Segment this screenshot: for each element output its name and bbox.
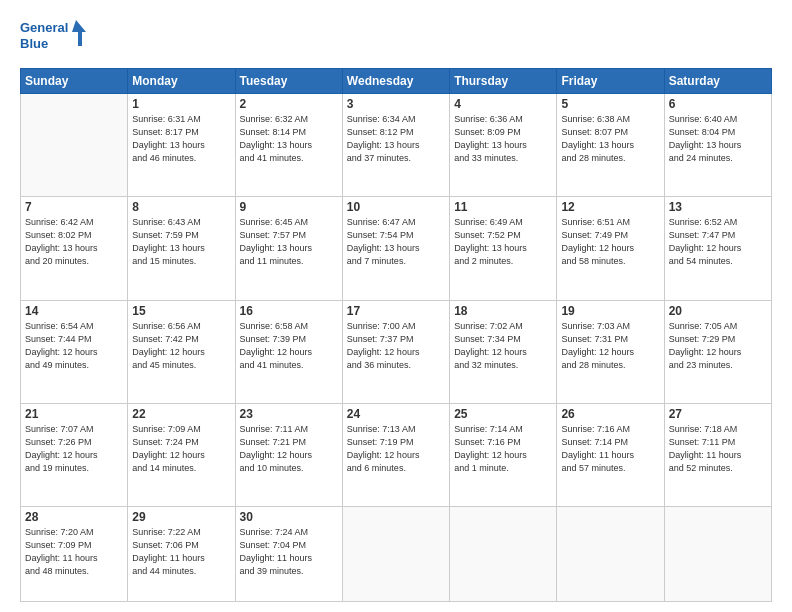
day-number: 7 bbox=[25, 200, 123, 214]
page: General Blue SundayMondayTuesdayWednesda… bbox=[0, 0, 792, 612]
day-info: Sunrise: 7:00 AMSunset: 7:37 PMDaylight:… bbox=[347, 320, 445, 372]
day-number: 25 bbox=[454, 407, 552, 421]
day-info: Sunrise: 6:32 AMSunset: 8:14 PMDaylight:… bbox=[240, 113, 338, 165]
calendar-cell: 12Sunrise: 6:51 AMSunset: 7:49 PMDayligh… bbox=[557, 197, 664, 300]
day-number: 21 bbox=[25, 407, 123, 421]
day-info: Sunrise: 7:05 AMSunset: 7:29 PMDaylight:… bbox=[669, 320, 767, 372]
calendar-cell bbox=[21, 94, 128, 197]
day-info: Sunrise: 6:34 AMSunset: 8:12 PMDaylight:… bbox=[347, 113, 445, 165]
calendar-cell: 4Sunrise: 6:36 AMSunset: 8:09 PMDaylight… bbox=[450, 94, 557, 197]
calendar-cell bbox=[664, 507, 771, 602]
logo: General Blue bbox=[20, 16, 90, 58]
day-info: Sunrise: 6:52 AMSunset: 7:47 PMDaylight:… bbox=[669, 216, 767, 268]
weekday-thursday: Thursday bbox=[450, 69, 557, 94]
day-number: 12 bbox=[561, 200, 659, 214]
day-info: Sunrise: 7:03 AMSunset: 7:31 PMDaylight:… bbox=[561, 320, 659, 372]
calendar-cell: 6Sunrise: 6:40 AMSunset: 8:04 PMDaylight… bbox=[664, 94, 771, 197]
day-info: Sunrise: 7:07 AMSunset: 7:26 PMDaylight:… bbox=[25, 423, 123, 475]
calendar-cell: 15Sunrise: 6:56 AMSunset: 7:42 PMDayligh… bbox=[128, 300, 235, 403]
day-info: Sunrise: 6:36 AMSunset: 8:09 PMDaylight:… bbox=[454, 113, 552, 165]
day-number: 29 bbox=[132, 510, 230, 524]
calendar-cell: 11Sunrise: 6:49 AMSunset: 7:52 PMDayligh… bbox=[450, 197, 557, 300]
day-number: 15 bbox=[132, 304, 230, 318]
day-info: Sunrise: 6:38 AMSunset: 8:07 PMDaylight:… bbox=[561, 113, 659, 165]
calendar-cell: 29Sunrise: 7:22 AMSunset: 7:06 PMDayligh… bbox=[128, 507, 235, 602]
day-number: 23 bbox=[240, 407, 338, 421]
week-row-4: 28Sunrise: 7:20 AMSunset: 7:09 PMDayligh… bbox=[21, 507, 772, 602]
day-info: Sunrise: 7:22 AMSunset: 7:06 PMDaylight:… bbox=[132, 526, 230, 578]
day-number: 5 bbox=[561, 97, 659, 111]
weekday-monday: Monday bbox=[128, 69, 235, 94]
day-number: 17 bbox=[347, 304, 445, 318]
header: General Blue bbox=[20, 16, 772, 58]
calendar-cell: 2Sunrise: 6:32 AMSunset: 8:14 PMDaylight… bbox=[235, 94, 342, 197]
general-blue-logo: General Blue bbox=[20, 16, 90, 58]
day-number: 3 bbox=[347, 97, 445, 111]
calendar-cell: 19Sunrise: 7:03 AMSunset: 7:31 PMDayligh… bbox=[557, 300, 664, 403]
day-number: 27 bbox=[669, 407, 767, 421]
day-info: Sunrise: 7:11 AMSunset: 7:21 PMDaylight:… bbox=[240, 423, 338, 475]
day-number: 30 bbox=[240, 510, 338, 524]
weekday-saturday: Saturday bbox=[664, 69, 771, 94]
day-number: 1 bbox=[132, 97, 230, 111]
calendar-cell: 14Sunrise: 6:54 AMSunset: 7:44 PMDayligh… bbox=[21, 300, 128, 403]
day-info: Sunrise: 6:54 AMSunset: 7:44 PMDaylight:… bbox=[25, 320, 123, 372]
week-row-3: 21Sunrise: 7:07 AMSunset: 7:26 PMDayligh… bbox=[21, 403, 772, 506]
week-row-0: 1Sunrise: 6:31 AMSunset: 8:17 PMDaylight… bbox=[21, 94, 772, 197]
svg-text:General: General bbox=[20, 20, 68, 35]
calendar-cell: 17Sunrise: 7:00 AMSunset: 7:37 PMDayligh… bbox=[342, 300, 449, 403]
day-number: 2 bbox=[240, 97, 338, 111]
calendar-table: SundayMondayTuesdayWednesdayThursdayFrid… bbox=[20, 68, 772, 602]
day-number: 19 bbox=[561, 304, 659, 318]
calendar-cell: 7Sunrise: 6:42 AMSunset: 8:02 PMDaylight… bbox=[21, 197, 128, 300]
day-info: Sunrise: 6:45 AMSunset: 7:57 PMDaylight:… bbox=[240, 216, 338, 268]
calendar-cell: 9Sunrise: 6:45 AMSunset: 7:57 PMDaylight… bbox=[235, 197, 342, 300]
calendar-cell: 8Sunrise: 6:43 AMSunset: 7:59 PMDaylight… bbox=[128, 197, 235, 300]
day-info: Sunrise: 6:47 AMSunset: 7:54 PMDaylight:… bbox=[347, 216, 445, 268]
calendar-cell: 23Sunrise: 7:11 AMSunset: 7:21 PMDayligh… bbox=[235, 403, 342, 506]
day-number: 13 bbox=[669, 200, 767, 214]
day-number: 8 bbox=[132, 200, 230, 214]
calendar-cell: 27Sunrise: 7:18 AMSunset: 7:11 PMDayligh… bbox=[664, 403, 771, 506]
day-info: Sunrise: 6:51 AMSunset: 7:49 PMDaylight:… bbox=[561, 216, 659, 268]
svg-text:Blue: Blue bbox=[20, 36, 48, 51]
weekday-header-row: SundayMondayTuesdayWednesdayThursdayFrid… bbox=[21, 69, 772, 94]
week-row-2: 14Sunrise: 6:54 AMSunset: 7:44 PMDayligh… bbox=[21, 300, 772, 403]
day-number: 10 bbox=[347, 200, 445, 214]
day-info: Sunrise: 6:49 AMSunset: 7:52 PMDaylight:… bbox=[454, 216, 552, 268]
calendar-cell bbox=[342, 507, 449, 602]
day-info: Sunrise: 6:56 AMSunset: 7:42 PMDaylight:… bbox=[132, 320, 230, 372]
calendar-cell: 26Sunrise: 7:16 AMSunset: 7:14 PMDayligh… bbox=[557, 403, 664, 506]
calendar-cell: 25Sunrise: 7:14 AMSunset: 7:16 PMDayligh… bbox=[450, 403, 557, 506]
day-info: Sunrise: 7:24 AMSunset: 7:04 PMDaylight:… bbox=[240, 526, 338, 578]
day-number: 18 bbox=[454, 304, 552, 318]
calendar-cell: 28Sunrise: 7:20 AMSunset: 7:09 PMDayligh… bbox=[21, 507, 128, 602]
calendar-cell: 16Sunrise: 6:58 AMSunset: 7:39 PMDayligh… bbox=[235, 300, 342, 403]
svg-marker-2 bbox=[72, 20, 86, 46]
weekday-sunday: Sunday bbox=[21, 69, 128, 94]
day-info: Sunrise: 6:40 AMSunset: 8:04 PMDaylight:… bbox=[669, 113, 767, 165]
day-number: 9 bbox=[240, 200, 338, 214]
weekday-wednesday: Wednesday bbox=[342, 69, 449, 94]
calendar-cell bbox=[450, 507, 557, 602]
calendar-cell: 24Sunrise: 7:13 AMSunset: 7:19 PMDayligh… bbox=[342, 403, 449, 506]
day-number: 11 bbox=[454, 200, 552, 214]
day-number: 20 bbox=[669, 304, 767, 318]
day-number: 16 bbox=[240, 304, 338, 318]
calendar-cell: 18Sunrise: 7:02 AMSunset: 7:34 PMDayligh… bbox=[450, 300, 557, 403]
calendar-cell: 10Sunrise: 6:47 AMSunset: 7:54 PMDayligh… bbox=[342, 197, 449, 300]
week-row-1: 7Sunrise: 6:42 AMSunset: 8:02 PMDaylight… bbox=[21, 197, 772, 300]
calendar-cell bbox=[557, 507, 664, 602]
day-info: Sunrise: 6:31 AMSunset: 8:17 PMDaylight:… bbox=[132, 113, 230, 165]
calendar-cell: 5Sunrise: 6:38 AMSunset: 8:07 PMDaylight… bbox=[557, 94, 664, 197]
day-info: Sunrise: 7:02 AMSunset: 7:34 PMDaylight:… bbox=[454, 320, 552, 372]
day-info: Sunrise: 7:09 AMSunset: 7:24 PMDaylight:… bbox=[132, 423, 230, 475]
day-number: 22 bbox=[132, 407, 230, 421]
day-info: Sunrise: 7:14 AMSunset: 7:16 PMDaylight:… bbox=[454, 423, 552, 475]
day-number: 24 bbox=[347, 407, 445, 421]
calendar-cell: 13Sunrise: 6:52 AMSunset: 7:47 PMDayligh… bbox=[664, 197, 771, 300]
calendar-cell: 21Sunrise: 7:07 AMSunset: 7:26 PMDayligh… bbox=[21, 403, 128, 506]
day-info: Sunrise: 6:58 AMSunset: 7:39 PMDaylight:… bbox=[240, 320, 338, 372]
day-info: Sunrise: 6:43 AMSunset: 7:59 PMDaylight:… bbox=[132, 216, 230, 268]
day-info: Sunrise: 7:20 AMSunset: 7:09 PMDaylight:… bbox=[25, 526, 123, 578]
